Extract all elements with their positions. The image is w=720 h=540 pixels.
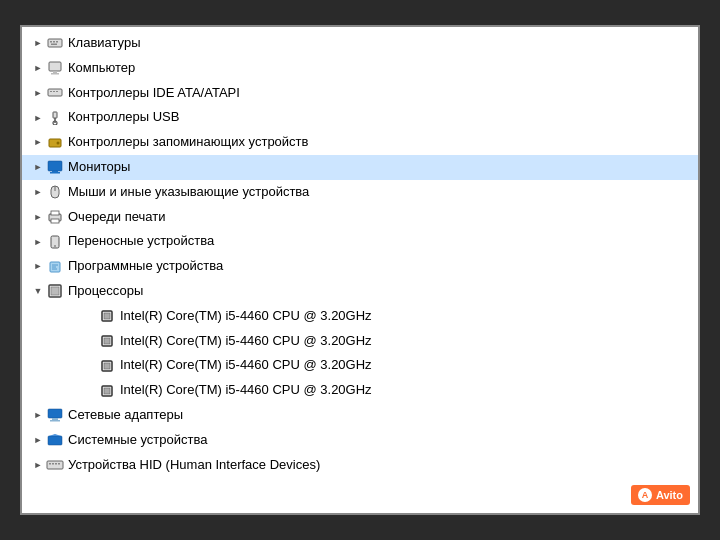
tree-item-programmnye[interactable]: ► Программные устройства — [22, 254, 698, 279]
monitor-icon — [46, 158, 64, 176]
svg-rect-3 — [56, 41, 58, 43]
label-cpu2: Intel(R) Core(TM) i5-4460 CPU @ 3.20GHz — [120, 331, 372, 352]
chevron-kompyuter[interactable]: ► — [30, 60, 46, 76]
svg-rect-11 — [56, 91, 58, 92]
svg-point-16 — [57, 141, 60, 144]
cpu-icon — [98, 357, 116, 375]
chevron-cpu3[interactable] — [82, 358, 98, 374]
tree-item-ocheredi[interactable]: ► Очереди печати — [22, 205, 698, 230]
label-monitory: Мониторы — [68, 157, 130, 178]
tree-item-controllery-ide[interactable]: ► Контроллеры IDE ATA/ATAPI — [22, 81, 698, 106]
svg-rect-48 — [52, 463, 54, 465]
label-processory: Процессоры — [68, 281, 143, 302]
svg-rect-32 — [51, 287, 59, 295]
svg-rect-7 — [51, 73, 59, 75]
svg-rect-19 — [50, 172, 60, 174]
label-ocheredi: Очереди печати — [68, 207, 166, 228]
tree-item-cpu2[interactable]: Intel(R) Core(TM) i5-4460 CPU @ 3.20GHz — [22, 329, 698, 354]
chevron-setevye[interactable]: ► — [30, 407, 46, 423]
controller-icon — [46, 84, 64, 102]
cpu-icon — [98, 382, 116, 400]
chevron-cpu2[interactable] — [82, 333, 98, 349]
svg-marker-45 — [49, 434, 61, 436]
cpu-group-icon — [46, 282, 64, 300]
cpu-icon — [98, 307, 116, 325]
usb-icon — [46, 109, 64, 127]
label-myshi: Мыши и иные указывающие устройства — [68, 182, 309, 203]
tree-item-monitory[interactable]: ► Мониторы — [22, 155, 698, 180]
svg-rect-46 — [47, 461, 63, 469]
tree-item-setevye[interactable]: ► Сетевые адаптеры — [22, 403, 698, 428]
chevron-hid[interactable]: ► — [30, 457, 46, 473]
label-cpu1: Intel(R) Core(TM) i5-4460 CPU @ 3.20GHz — [120, 306, 372, 327]
chevron-klaviatury[interactable]: ► — [30, 35, 46, 51]
svg-rect-24 — [51, 219, 59, 223]
mouse-icon — [46, 183, 64, 201]
svg-rect-1 — [50, 41, 52, 43]
device-tree: ► Клавиатуры► Компьютер► Контроллеры IDE… — [22, 27, 698, 513]
chevron-myshi[interactable]: ► — [30, 184, 46, 200]
svg-rect-47 — [49, 463, 51, 465]
svg-rect-50 — [58, 463, 60, 465]
svg-rect-6 — [53, 71, 57, 73]
svg-rect-43 — [50, 420, 60, 422]
tree-item-hid[interactable]: ► Устройства HID (Human Interface Device… — [22, 453, 698, 478]
svg-rect-10 — [53, 91, 55, 92]
tree-item-klaviatury[interactable]: ► Клавиатуры — [22, 31, 698, 56]
tree-item-sistemnye[interactable]: ► Системные устройства — [22, 428, 698, 453]
chevron-monitory[interactable]: ► — [30, 159, 46, 175]
chevron-controllery-usb[interactable]: ► — [30, 110, 46, 126]
system-icon — [46, 431, 64, 449]
software-icon — [46, 258, 64, 276]
tree-item-cpu4[interactable]: Intel(R) Core(TM) i5-4460 CPU @ 3.20GHz — [22, 378, 698, 403]
chevron-cpu4[interactable] — [82, 383, 98, 399]
label-programmnye: Программные устройства — [68, 256, 223, 277]
avito-label: Avito — [656, 489, 683, 501]
svg-rect-36 — [104, 338, 110, 344]
label-cpu4: Intel(R) Core(TM) i5-4460 CPU @ 3.20GHz — [120, 380, 372, 401]
svg-rect-49 — [55, 463, 57, 465]
label-controllery-ide: Контроллеры IDE ATA/ATAPI — [68, 83, 240, 104]
chevron-cpu1[interactable] — [82, 308, 98, 324]
svg-rect-42 — [52, 418, 58, 420]
label-sistemnye: Системные устройства — [68, 430, 207, 451]
chevron-ocheredi[interactable]: ► — [30, 209, 46, 225]
network-icon — [46, 406, 64, 424]
svg-rect-17 — [48, 161, 62, 171]
tree-item-controllery-usb[interactable]: ► Контроллеры USB — [22, 105, 698, 130]
chevron-programmnye[interactable]: ► — [30, 259, 46, 275]
svg-point-26 — [54, 245, 56, 247]
cpu-icon — [98, 332, 116, 350]
svg-rect-40 — [104, 388, 110, 394]
tree-item-kompyuter[interactable]: ► Компьютер — [22, 56, 698, 81]
tree-item-perenosnye[interactable]: ► Переносные устройства — [22, 229, 698, 254]
tree-item-processory[interactable]: ▼ Процессоры — [22, 279, 698, 304]
chevron-sistemnye[interactable]: ► — [30, 432, 46, 448]
chevron-controllery-ide[interactable]: ► — [30, 85, 46, 101]
tree-item-cpu3[interactable]: Intel(R) Core(TM) i5-4460 CPU @ 3.20GHz — [22, 353, 698, 378]
svg-rect-12 — [53, 112, 57, 118]
hid-icon — [46, 456, 64, 474]
tree-item-myshi[interactable]: ► Мыши и иные указывающие устройства — [22, 180, 698, 205]
chevron-processory[interactable]: ▼ — [30, 283, 46, 299]
avito-logo-icon: A — [638, 488, 652, 502]
label-controllery-usb: Контроллеры USB — [68, 107, 179, 128]
avito-badge: A Avito — [631, 485, 690, 505]
label-kompyuter: Компьютер — [68, 58, 135, 79]
label-setevye: Сетевые адаптеры — [68, 405, 183, 426]
svg-rect-4 — [51, 44, 57, 46]
svg-rect-34 — [104, 313, 110, 319]
tree-item-controllery-zap[interactable]: ► Контроллеры запоминающих устройств — [22, 130, 698, 155]
keyboard-icon — [46, 34, 64, 52]
chevron-controllery-zap[interactable]: ► — [30, 135, 46, 151]
svg-rect-8 — [48, 89, 62, 96]
label-controllery-zap: Контроллеры запоминающих устройств — [68, 132, 308, 153]
tree-item-cpu1[interactable]: Intel(R) Core(TM) i5-4460 CPU @ 3.20GHz — [22, 304, 698, 329]
chevron-perenosnye[interactable]: ► — [30, 234, 46, 250]
main-screen: ► Клавиатуры► Компьютер► Контроллеры IDE… — [20, 25, 700, 515]
svg-rect-44 — [48, 436, 62, 445]
svg-rect-41 — [48, 409, 62, 418]
svg-rect-2 — [53, 41, 55, 43]
svg-rect-38 — [104, 363, 110, 369]
print-icon — [46, 208, 64, 226]
